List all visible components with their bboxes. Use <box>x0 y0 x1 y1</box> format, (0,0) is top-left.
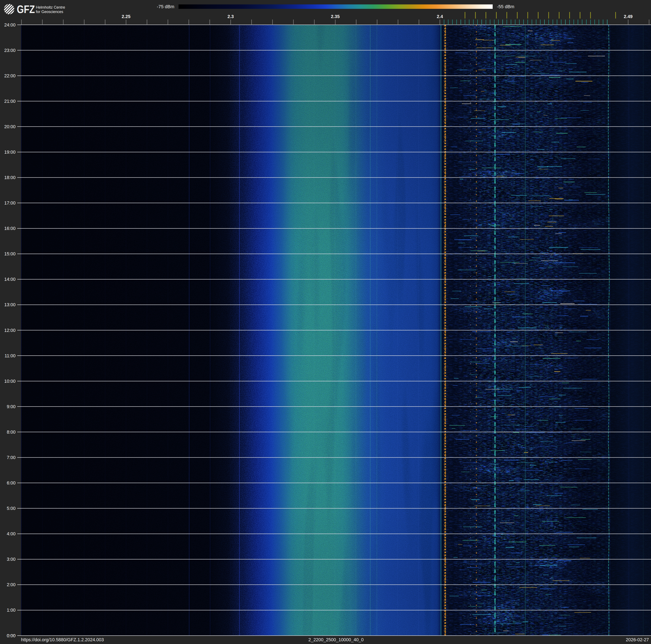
svg-text:12:00: 12:00 <box>4 328 16 333</box>
svg-text:19:00: 19:00 <box>4 150 16 155</box>
svg-text:2.49: 2.49 <box>624 14 632 19</box>
svg-text:Helmholtz Centre: Helmholtz Centre <box>36 5 65 9</box>
svg-text:6:00: 6:00 <box>7 480 16 486</box>
svg-text:5:00: 5:00 <box>7 506 16 511</box>
svg-text:22:00: 22:00 <box>4 74 16 79</box>
svg-text:18:00: 18:00 <box>4 175 16 180</box>
svg-text:16:00: 16:00 <box>4 226 16 231</box>
svg-text:7:00: 7:00 <box>7 455 16 460</box>
svg-text:for Geosciences: for Geosciences <box>36 10 63 14</box>
svg-text:10:00: 10:00 <box>4 379 16 384</box>
svg-text:2026-02-27: 2026-02-27 <box>626 637 649 642</box>
svg-text:11:00: 11:00 <box>5 353 16 358</box>
svg-text:-55 dBm: -55 dBm <box>497 4 514 9</box>
svg-text:13:00: 13:00 <box>4 302 16 307</box>
svg-text:1:00: 1:00 <box>7 608 16 613</box>
svg-text:0:00: 0:00 <box>7 633 16 638</box>
svg-text:2.25: 2.25 <box>122 14 130 19</box>
svg-text:14:00: 14:00 <box>4 277 16 282</box>
svg-text:8:00: 8:00 <box>7 430 16 435</box>
svg-text:9:00: 9:00 <box>7 404 16 409</box>
svg-text:2.35: 2.35 <box>331 14 340 19</box>
svg-text:24:00: 24:00 <box>4 23 16 28</box>
svg-text:23:00: 23:00 <box>4 48 16 53</box>
svg-text:3:00: 3:00 <box>7 557 16 562</box>
svg-text:2.4: 2.4 <box>437 14 443 19</box>
svg-text:2:00: 2:00 <box>7 582 16 587</box>
svg-text:20:00: 20:00 <box>4 124 16 129</box>
svg-text:2.3: 2.3 <box>227 14 234 19</box>
svg-text:2_2200_2500_10000_40_0: 2_2200_2500_10000_40_0 <box>308 637 364 642</box>
svg-text:21:00: 21:00 <box>4 99 16 104</box>
svg-text:4:00: 4:00 <box>7 531 16 536</box>
svg-text:-75 dBm: -75 dBm <box>157 4 174 9</box>
svg-text:GFZ: GFZ <box>17 3 35 16</box>
svg-text:17:00: 17:00 <box>4 201 16 206</box>
svg-text:15:00: 15:00 <box>4 252 16 257</box>
svg-text:https://doi.org/10.5880/GFZ.1.: https://doi.org/10.5880/GFZ.1.2.2024.003 <box>21 637 104 642</box>
